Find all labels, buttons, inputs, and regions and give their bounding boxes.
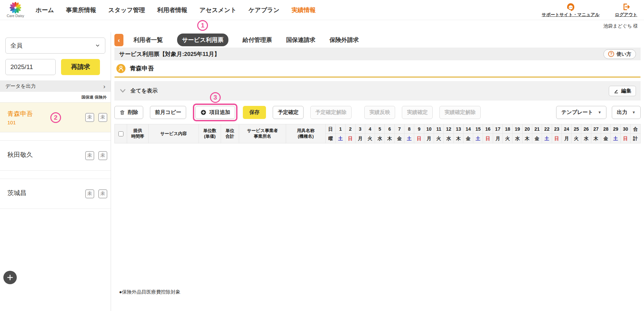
edit-button-label: 編集 — [621, 88, 631, 94]
column-header-day: 11 火 — [434, 124, 443, 143]
column-header-day: 24 月 — [561, 124, 571, 143]
plus-circle-icon — [200, 109, 207, 116]
user-list-item[interactable]: 茨城昌 2 未 未 — [0, 179, 111, 209]
subheader: 池袋まどぐち 様 — [0, 20, 644, 32]
output-dropdown-label: 出力 — [617, 109, 627, 116]
tab[interactable]: 保険外請求 1 — [329, 36, 359, 44]
logout-icon — [622, 2, 631, 11]
month-input[interactable] — [5, 59, 56, 75]
caret-down-icon: ▼ — [598, 110, 601, 114]
column-header-day: 12 水 — [443, 124, 453, 143]
tab[interactable]: 国保連請求 1 — [286, 36, 316, 44]
column-header-total: 合計 — [630, 124, 640, 143]
column-header-day: 21 金 — [532, 124, 542, 143]
chevron-left-icon: ‹ — [118, 37, 120, 44]
user-list: 青森申吾 101 2 未 未 秋田敬久 2 — [0, 102, 111, 209]
output-dropdown-button[interactable]: 出力 ▼ — [612, 106, 641, 119]
nav-item[interactable]: ホーム — [36, 6, 54, 14]
column-header-day: 3 月 — [355, 124, 365, 143]
sidebar: 全員 再請求 データを出力 › 国保連 保険外 青森申吾 101 2 — [0, 32, 111, 311]
user-list-item[interactable]: 秋田敬久 2 未 未 — [0, 140, 111, 171]
column-header-day: 4 火 — [365, 124, 375, 143]
export-data-button[interactable]: データを出力 › — [0, 80, 111, 92]
service-table-header: 提供時間帯 サービス内容 単位数(単価) 単位合計 サービス事業者事業所名 用具… — [114, 124, 641, 143]
user-list-item[interactable]: 青森申吾 101 2 未 未 — [0, 102, 111, 132]
person-icon — [116, 64, 125, 73]
add-user-button[interactable] — [3, 271, 17, 284]
trash-icon — [119, 110, 125, 115]
template-dropdown-label: テンプレート — [561, 109, 593, 116]
tab[interactable]: サービス利用票 1 — [177, 34, 229, 46]
account-name: 池袋まどぐち 様 — [603, 23, 638, 29]
actual-confirm-button[interactable]: 実績確定 — [402, 106, 433, 119]
tab[interactable]: 利用者一覧 1 — [133, 36, 163, 44]
support-link[interactable]: サポートサイト・マニュアル — [542, 2, 599, 18]
column-header-day: 29 土 — [610, 124, 620, 143]
column-header-day: 30 日 — [621, 124, 630, 143]
delete-button-label: 削除 — [128, 109, 138, 116]
copy-previous-month-button[interactable]: 前月コピー — [150, 106, 186, 119]
actual-unconfirm-button[interactable]: 実績確定解除 — [439, 106, 481, 119]
title-bar: サービス利用票【対象月:2025年11月】 ? 使い方 — [114, 48, 641, 60]
tab[interactable]: 給付管理票 1 — [243, 36, 272, 44]
patient-underline — [114, 76, 641, 78]
help-button[interactable]: ? 使い方 — [603, 49, 636, 59]
user-code: 101 — [7, 120, 33, 125]
footnote: ●保険外品目医療費控除対象 — [119, 289, 180, 295]
column-header-day: 18 火 — [502, 124, 512, 143]
status-column-labels: 国保連 保険外 — [0, 92, 111, 102]
headset-icon — [566, 2, 575, 11]
patient-name: 青森申吾 — [130, 64, 154, 72]
column-header-day: 9 日 — [414, 124, 424, 143]
actual-reflect-button[interactable]: 実績反映 — [364, 106, 395, 119]
chevron-down-icon — [95, 43, 100, 48]
app-logo[interactable]: Care Daisy — [5, 2, 26, 18]
export-data-label: データを出力 — [5, 83, 36, 89]
column-header-day: 10 月 — [424, 124, 434, 143]
show-all-panel: 全てを表示 編集 — [114, 81, 641, 101]
kokuhoren-status-badge: 未 — [85, 113, 94, 122]
tab-bar: ‹ 利用者一覧 1 サービス利用票 1 給付管理票 — [114, 32, 641, 48]
column-header-day: 26 水 — [581, 124, 591, 143]
nav-utilities: サポートサイト・マニュアル ログアウト — [542, 2, 637, 18]
annotation-step-1: 1 — [197, 20, 208, 31]
nav-item[interactable]: 実績情報 — [291, 6, 316, 14]
column-header-day: 19 水 — [512, 124, 522, 143]
nav-item[interactable]: アセスメント — [200, 6, 237, 14]
hokengai-status-badge: 未 — [98, 189, 107, 198]
add-item-button[interactable]: 項目追加 — [195, 106, 235, 119]
user-filter-select[interactable]: 全員 — [5, 38, 105, 54]
rebill-button[interactable]: 再請求 — [61, 59, 100, 75]
plan-unconfirm-button[interactable]: 予定確定解除 — [310, 106, 352, 119]
nav-item[interactable]: ケアプラン — [249, 6, 279, 14]
nav-item[interactable]: 事業所情報 — [66, 6, 96, 14]
plan-confirm-button[interactable]: 予定確定 — [273, 106, 304, 119]
column-header-day: 22 土 — [542, 124, 551, 143]
caret-down-icon: ▼ — [632, 110, 636, 114]
nav-item[interactable]: 利用者情報 — [157, 6, 187, 14]
select-all-checkbox[interactable] — [118, 131, 123, 136]
page-title: サービス利用票【対象月:2025年11月】 — [119, 50, 220, 58]
nav-item[interactable]: スタッフ管理 — [108, 6, 145, 14]
pencil-icon — [613, 88, 619, 94]
user-filter-value: 全員 — [10, 42, 22, 50]
delete-button[interactable]: 削除 — [114, 106, 143, 119]
user-name: 秋田敬久 — [7, 150, 33, 159]
template-dropdown-button[interactable]: テンプレート ▼ — [556, 106, 606, 119]
column-header-service: サービス内容 — [148, 124, 199, 143]
chevron-down-icon[interactable] — [119, 87, 126, 95]
column-header-day: 23 日 — [552, 124, 561, 143]
logout-link[interactable]: ログアウト — [615, 2, 637, 18]
main-content: ‹ 利用者一覧 1 サービス利用票 1 給付管理票 — [111, 32, 644, 311]
edit-button[interactable]: 編集 — [609, 86, 636, 96]
save-button[interactable]: 保存 — [243, 106, 266, 119]
column-header-equipment: 用具名称(機種名) — [286, 124, 325, 143]
column-header-day: 2 日 — [345, 124, 355, 143]
kokuhoren-status-badge: 未 — [85, 151, 94, 160]
annotation-step-2: 2 — [50, 112, 61, 123]
sidebar-collapse-button[interactable]: ‹ — [114, 34, 123, 46]
select-all-cell — [115, 124, 127, 143]
annotation-step-3: 3 — [210, 92, 221, 103]
show-all-label[interactable]: 全てを表示 — [130, 87, 158, 95]
column-header-day: 25 火 — [571, 124, 581, 143]
